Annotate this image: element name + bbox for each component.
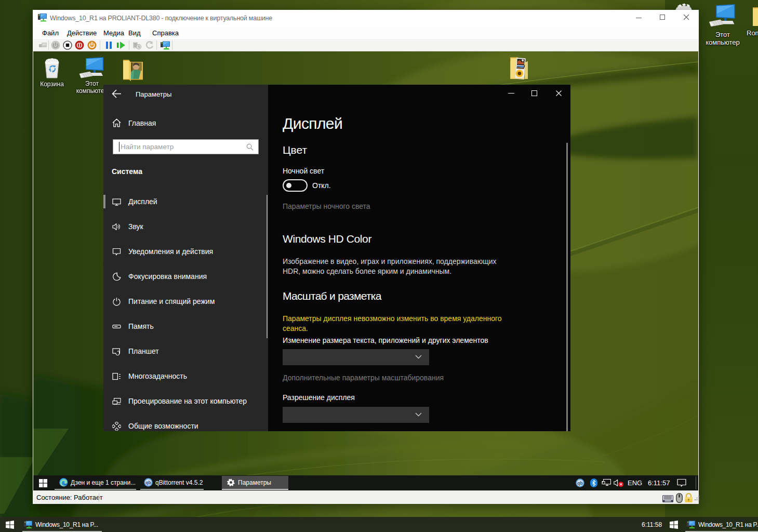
svg-text:qb: qb: [145, 480, 151, 485]
svg-text:qb: qb: [577, 481, 582, 486]
